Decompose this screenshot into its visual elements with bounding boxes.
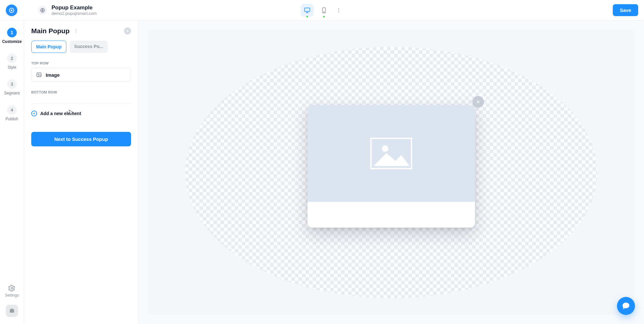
- image-placeholder-icon: [370, 138, 412, 169]
- preview-stage[interactable]: [148, 30, 634, 314]
- step-number: 3: [7, 79, 17, 89]
- step-number: 2: [7, 54, 17, 63]
- svg-point-8: [338, 12, 339, 12]
- svg-point-14: [38, 74, 39, 74]
- topbar-more-button[interactable]: [334, 6, 343, 15]
- panel-title: Main Popup: [31, 27, 70, 35]
- kebab-icon: [74, 29, 78, 33]
- section-top-row-label: TOP ROW: [31, 61, 131, 65]
- desktop-icon: [304, 7, 311, 14]
- device-switcher: [301, 4, 343, 17]
- chat-icon: [621, 301, 630, 310]
- gear-icon: [8, 285, 15, 292]
- globe-button[interactable]: [38, 6, 47, 15]
- plus-circle-icon: [31, 111, 37, 116]
- top-bar: Popup Example demo2.popupsmart.com Save: [0, 0, 644, 21]
- svg-point-12: [76, 32, 76, 33]
- section-bottom-row-label: BOTTOM ROW: [31, 90, 131, 94]
- image-icon: [36, 72, 42, 78]
- plus-icon: [126, 29, 129, 33]
- panel-divider: [31, 103, 131, 103]
- step-label: Style: [8, 65, 16, 70]
- step-number: 1: [7, 28, 17, 37]
- tab-success-popup[interactable]: Success Po...: [70, 41, 108, 53]
- next-button[interactable]: Next to Success Popup: [31, 132, 131, 146]
- popup-bottom-row[interactable]: [308, 202, 475, 228]
- active-dot-icon: [307, 16, 308, 17]
- svg-point-10: [76, 29, 76, 30]
- kebab-icon: [336, 7, 342, 13]
- add-element-button[interactable]: Add a new element: [31, 111, 131, 116]
- element-label: Image: [46, 72, 60, 78]
- svg-point-1: [11, 9, 13, 11]
- preview-canvas: [138, 21, 644, 324]
- step-label: Publish: [5, 117, 18, 121]
- tab-main-popup[interactable]: Main Popup: [31, 41, 66, 53]
- svg-point-6: [338, 8, 339, 9]
- briefcase-button[interactable]: [6, 305, 18, 317]
- step-label: Segment: [4, 91, 20, 95]
- globe-icon: [40, 8, 45, 13]
- desktop-view-button[interactable]: [301, 4, 314, 17]
- settings-button[interactable]: Settings: [5, 285, 19, 298]
- svg-point-16: [382, 145, 388, 152]
- close-icon: [476, 99, 481, 104]
- popup-image-placeholder[interactable]: [308, 105, 475, 202]
- panel-more-button[interactable]: [73, 28, 79, 34]
- svg-point-11: [76, 31, 76, 31]
- chat-fab[interactable]: [617, 297, 635, 315]
- save-button[interactable]: Save: [613, 4, 638, 16]
- popup-tabs: Main Popup Success Po...: [31, 41, 131, 53]
- step-customize[interactable]: 1 Customize: [2, 28, 22, 44]
- svg-rect-3: [305, 8, 310, 11]
- add-element-label: Add a new element: [40, 111, 81, 116]
- logo-icon: [9, 7, 14, 13]
- element-image[interactable]: Image: [31, 68, 131, 82]
- project-title: Popup Example: [52, 4, 97, 11]
- step-rail: 1 Customize 2 Style 3 Segment 4 Publish …: [0, 21, 24, 324]
- svg-rect-13: [37, 73, 41, 77]
- popup-preview[interactable]: [308, 105, 475, 228]
- svg-point-5: [324, 12, 324, 12]
- project-domain: demo2.popupsmart.com: [52, 11, 97, 16]
- brand-logo[interactable]: [6, 5, 17, 16]
- step-publish[interactable]: 4 Publish: [5, 105, 18, 121]
- step-number: 4: [7, 105, 17, 115]
- step-label: Customize: [2, 39, 22, 44]
- step-style[interactable]: 2 Style: [7, 54, 17, 70]
- step-segment[interactable]: 3 Segment: [4, 79, 20, 95]
- mobile-icon: [320, 7, 327, 14]
- svg-point-7: [338, 10, 339, 10]
- briefcase-icon: [9, 308, 15, 314]
- settings-label: Settings: [5, 293, 19, 298]
- add-popup-button[interactable]: [124, 27, 131, 34]
- popup-close-button[interactable]: [472, 96, 484, 108]
- svg-point-9: [11, 287, 13, 289]
- active-dot-icon: [323, 16, 325, 17]
- title-block: Popup Example demo2.popupsmart.com: [52, 4, 97, 16]
- customize-panel: Main Popup Main Popup Success Po... TOP …: [24, 21, 138, 324]
- mobile-view-button[interactable]: [317, 4, 330, 17]
